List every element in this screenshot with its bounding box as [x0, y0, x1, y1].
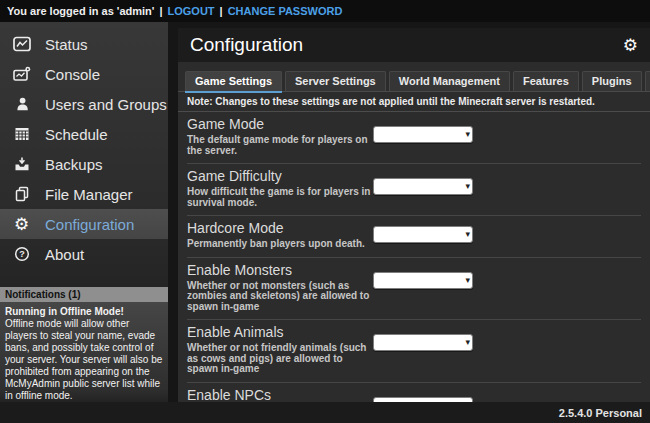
game-mode-select[interactable]: ▾	[373, 126, 473, 143]
separator: |	[220, 5, 223, 17]
tab-world-management[interactable]: World Management	[389, 71, 510, 91]
select-arrow-icon: ▾	[465, 181, 470, 192]
enable-animals-select[interactable]: ▾	[373, 334, 473, 351]
sidebar-menu: Status Console Users and Groups Schedule…	[0, 22, 168, 269]
sidebar-item-label: Status	[45, 36, 88, 53]
status-chart-icon	[12, 35, 31, 53]
users-icon	[12, 95, 31, 113]
tab-game-settings[interactable]: Game Settings	[185, 71, 282, 91]
separator: |	[159, 5, 162, 17]
setting-description: Permanently ban players upon death.	[187, 239, 375, 250]
select-arrow-icon: ▾	[465, 129, 470, 140]
sidebar-item-label: About	[45, 246, 84, 263]
setting-game-difficulty: Game Difficulty How difficult the game i…	[187, 164, 641, 216]
configuration-panel: Configuration ⚙ Game Settings Server Set…	[178, 28, 650, 402]
notifications-body: Running in Offline Mode! Offline mode wi…	[0, 302, 168, 412]
sidebar-item-file-manager[interactable]: File Manager	[0, 179, 168, 209]
sidebar-item-status[interactable]: Status	[0, 29, 168, 59]
select-arrow-icon: ▾	[465, 275, 470, 286]
sidebar-item-label: Users and Groups	[45, 96, 167, 113]
notification-title: Running in Offline Mode!	[5, 306, 163, 318]
setting-description: Whether or not friendly animals (such as…	[187, 343, 375, 375]
enable-monsters-select[interactable]: ▾	[373, 272, 473, 289]
setting-description: How difficult the game is for players in…	[187, 187, 375, 208]
setting-description: Whether or not monsters (such as zombies…	[187, 281, 375, 313]
backups-download-icon	[12, 155, 31, 173]
status-bar: 2.5.4.0 Personal	[0, 402, 650, 423]
tab-features[interactable]: Features	[513, 71, 579, 91]
logout-link[interactable]: LOGOUT	[168, 5, 215, 17]
sidebar-item-label: Schedule	[45, 126, 108, 143]
settings-gear-icon[interactable]: ⚙	[623, 35, 638, 55]
panel-header: Configuration ⚙	[178, 28, 650, 62]
tab-bar: Game Settings Server Settings World Mana…	[178, 62, 650, 92]
tab-plugins[interactable]: Plugins	[582, 71, 642, 91]
svg-text:?: ?	[19, 249, 25, 259]
settings-list: Game Mode The default game mode for play…	[178, 112, 650, 402]
game-difficulty-select[interactable]: ▾	[373, 178, 473, 195]
version-label: 2.5.4.0 Personal	[559, 407, 642, 419]
select-arrow-icon: ▾	[465, 229, 470, 240]
logged-in-text: You are logged in as 'admin'	[7, 5, 154, 17]
sidebar-item-console[interactable]: Console	[0, 59, 168, 89]
restart-note: Note: Changes to these settings are not …	[178, 92, 650, 112]
topbar: You are logged in as 'admin' | LOGOUT | …	[0, 0, 650, 22]
sidebar-item-label: Configuration	[45, 216, 134, 233]
notifications-header: Notifications (1)	[0, 287, 168, 302]
sidebar-item-schedule[interactable]: Schedule	[0, 119, 168, 149]
change-password-link[interactable]: CHANGE PASSWORD	[228, 5, 343, 17]
setting-enable-npcs: Enable NPCs Whether or not friendly mobs…	[187, 383, 641, 403]
sidebar-item-about[interactable]: ? About	[0, 239, 168, 269]
schedule-grid-icon	[12, 125, 31, 143]
notification-text: Offline mode will allow other players to…	[5, 318, 162, 401]
setting-game-mode: Game Mode The default game mode for play…	[187, 112, 641, 164]
setting-enable-monsters: Enable Monsters Whether or not monsters …	[187, 258, 641, 321]
sidebar-item-label: File Manager	[45, 186, 133, 203]
tab-preferences[interactable]: Preferences	[645, 71, 650, 91]
select-arrow-icon: ▾	[465, 337, 470, 348]
sidebar-item-label: Backups	[45, 156, 103, 173]
configuration-gear-icon: ⚙	[12, 215, 31, 233]
sidebar-item-label: Console	[45, 66, 100, 83]
sidebar-item-configuration[interactable]: ⚙ Configuration	[0, 209, 168, 239]
setting-description: The default game mode for players on the…	[187, 135, 375, 156]
hardcore-mode-select[interactable]: ▾	[373, 226, 473, 243]
setting-enable-animals: Enable Animals Whether or not friendly a…	[187, 320, 641, 383]
about-question-icon: ?	[12, 245, 31, 263]
file-manager-pages-icon	[12, 185, 31, 203]
sidebar-item-users-and-groups[interactable]: Users and Groups	[0, 89, 168, 119]
tab-server-settings[interactable]: Server Settings	[285, 71, 386, 91]
console-icon	[12, 65, 31, 83]
setting-hardcore-mode: Hardcore Mode Permanently ban players up…	[187, 216, 641, 258]
page-title: Configuration	[190, 34, 623, 56]
sidebar-item-backups[interactable]: Backups	[0, 149, 168, 179]
